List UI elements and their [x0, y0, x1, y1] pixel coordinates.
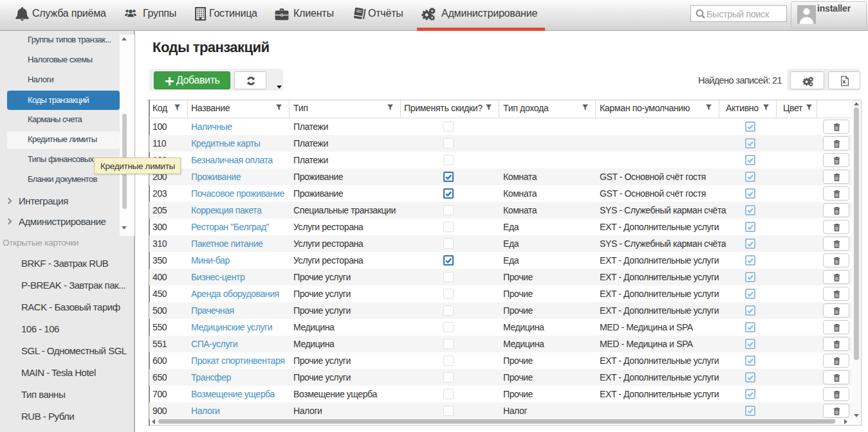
svg-text:x: x — [842, 78, 845, 85]
